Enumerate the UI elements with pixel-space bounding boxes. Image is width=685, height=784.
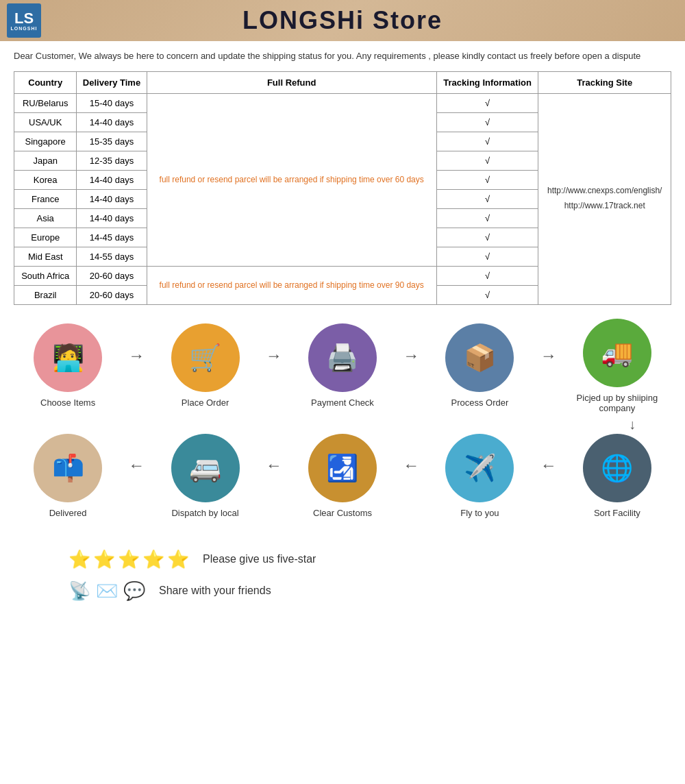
arrow-3: → [403,346,419,365]
arrow-5: ← [128,456,145,475]
delivered-circle: 📫 [34,434,102,502]
logo: LS LONGSHI [7,3,41,38]
table-row-delivery: 20-60 days [77,266,147,285]
table-row-country: Asia [14,208,77,228]
table-row-country: South Africa [14,266,77,285]
customs-circle: 🛃 [308,434,377,502]
dispatch-label: Dispatch by local [171,508,238,518]
social-row: 📡✉️💬 Share with your friends [68,580,671,602]
payment-check-circle: 🖨️ [308,323,377,392]
star-icon: ⭐ [93,549,115,570]
arrow-7: ← [403,456,419,475]
tracking-site: http://www.cnexps.com/english/http://www… [538,93,671,304]
notice-text: Dear Customer, We always be here to conc… [0,41,685,71]
table-row-tracking: √ [436,132,538,151]
col-delivery: Delivery Time [77,71,147,93]
star-icon: ⭐ [167,549,189,570]
table-row-tracking: √ [436,170,538,189]
table-row-country: USA/UK [14,112,77,132]
stars: ⭐⭐⭐⭐⭐ [68,549,189,570]
table-row-country: Japan [14,151,77,170]
star-icon: ⭐ [68,549,90,570]
process-payment-check: 🖨️ Payment Check [295,323,390,408]
process-process-order: 📦 Process Order [432,323,527,408]
table-row-delivery: 15-40 days [77,93,147,112]
store-title: LONGSHi Store [242,6,443,35]
col-site: Tracking Site [538,71,671,93]
process-order-circle: 📦 [445,323,514,392]
arrow-8: ← [540,456,557,475]
table-row-tracking: √ [436,247,538,266]
process-section: 🧑‍💻 Choose Items → 🛒 Place Order → 🖨️ Pa… [0,305,685,528]
process-pickup: 🚚 Picjed up by shiiping company [569,319,665,413]
shipping-info-section: Country Delivery Time Full Refund Tracki… [0,71,685,305]
arrow-1: → [128,346,145,365]
table-row-country: Europe [14,228,77,247]
table-row-country: France [14,189,77,208]
table-row-tracking: √ [436,93,538,112]
col-tracking: Tracking Information [436,71,538,93]
table-row-tracking: √ [436,151,538,170]
process-sort: 🌐 Sort Facility [569,434,665,518]
pickup-label: Picjed up by shiiping company [569,393,665,413]
logo-letters: LS [14,11,34,26]
star-icon: ⭐ [118,549,140,570]
dispatch-circle: 🚐 [171,434,240,502]
table-row-tracking: √ [436,285,538,304]
col-refund: Full Refund [147,71,436,93]
refund-note-60: full refund or resend parcel will be arr… [147,93,436,266]
five-star-text: Please give us five-star [203,553,316,565]
refund-note-90: full refund or resend parcel will be arr… [147,266,436,304]
rating-section: ⭐⭐⭐⭐⭐ Please give us five-star 📡✉️💬 Shar… [0,528,685,615]
arrow-down: ↓ [7,417,678,432]
col-country: Country [14,71,77,93]
process-delivered: 📫 Delivered [20,434,116,518]
sort-label: Sort Facility [594,508,640,518]
process-place-order: 🛒 Place Order [158,323,253,408]
shipping-table: Country Delivery Time Full Refund Tracki… [14,71,671,305]
payment-check-label: Payment Check [311,397,374,408]
social-icon: ✉️ [96,580,118,602]
delivered-label: Delivered [49,508,87,518]
table-row-tracking: √ [436,112,538,132]
table-row-country: Brazil [14,285,77,304]
header: LS LONGSHI LONGSHi Store [0,0,685,41]
table-row-country: Mid East [14,247,77,266]
process-choose-items: 🧑‍💻 Choose Items [20,323,116,408]
table-row-delivery: 14-40 days [77,170,147,189]
table-row-country: Korea [14,170,77,189]
fly-circle: ✈️ [445,434,514,502]
table-row-delivery: 12-35 days [77,151,147,170]
table-row-delivery: 14-55 days [77,247,147,266]
pickup-circle: 🚚 [583,319,651,387]
table-row-delivery: 14-40 days [77,208,147,228]
notice-content: Dear Customer, We always be here to conc… [14,51,640,61]
table-row-delivery: 20-60 days [77,285,147,304]
arrow-2: → [266,346,282,365]
process-order-label: Process Order [451,397,509,408]
process-dispatch: 🚐 Dispatch by local [158,434,253,518]
table-row-delivery: 14-45 days [77,228,147,247]
star-icon: ⭐ [142,549,164,570]
table-row-country: RU/Belarus [14,93,77,112]
choose-items-circle: 🧑‍💻 [34,323,102,392]
table-row-tracking: √ [436,208,538,228]
customs-label: Clear Customs [313,508,372,518]
arrow-4: → [540,346,557,365]
logo-sub: LONGSHI [11,26,38,31]
place-order-circle: 🛒 [171,323,240,392]
table-row-delivery: 14-40 days [77,112,147,132]
process-row-1: 🧑‍💻 Choose Items → 🛒 Place Order → 🖨️ Pa… [7,319,678,413]
table-row-delivery: 14-40 days [77,189,147,208]
table-row-tracking: √ [436,228,538,247]
process-row-2: 📫 Delivered ← 🚐 Dispatch by local ← 🛃 Cl… [7,434,678,518]
share-text: Share with your friends [159,585,271,597]
sort-circle: 🌐 [583,434,651,502]
place-order-label: Place Order [182,397,229,408]
table-row-tracking: √ [436,189,538,208]
five-star-row: ⭐⭐⭐⭐⭐ Please give us five-star [68,549,671,570]
social-icon: 📡 [68,580,90,602]
fly-label: Fly to you [460,508,499,518]
table-row-tracking: √ [436,266,538,285]
table-row-country: Singapore [14,132,77,151]
